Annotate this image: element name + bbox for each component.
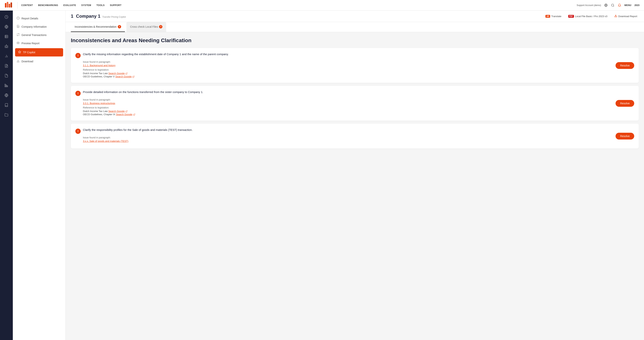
company-info-icon (16, 25, 20, 29)
tp-copilot-icon (18, 50, 21, 54)
tabs-area: Inconsistencies & Recommendation ? Cross… (66, 22, 644, 32)
svg-marker-37 (18, 51, 21, 53)
svg-rect-0 (5, 3, 6, 7)
sidebar-table-icon[interactable] (2, 32, 10, 41)
sidebar-world-icon[interactable] (2, 91, 10, 99)
translate-button[interactable]: AR Translate (544, 14, 563, 18)
svg-line-43 (134, 114, 135, 115)
issue-1-legislation-1: Dutch Income Tax Law Search Google (83, 72, 634, 75)
issue-2-search-2[interactable]: Search Google (116, 113, 132, 116)
nav-item-preview-report[interactable]: Preview Report (13, 39, 66, 47)
page-subtitle: Transfer Pricing Copilot (102, 16, 126, 18)
tab-cross-check[interactable]: Cross check Local Files ? (126, 22, 166, 32)
issue-1-paragraph-link[interactable]: 3.1.1. Background and history (83, 64, 634, 67)
svg-point-16 (6, 45, 6, 45)
issue-2-paragraph-label: Issue found in paragraph: (83, 98, 634, 101)
svg-rect-15 (5, 46, 8, 48)
nav-item-tp-copilot[interactable]: TP Copilot (15, 48, 63, 56)
tab-cross-check-help-icon[interactable]: ? (159, 25, 162, 28)
nav-item-company-information[interactable]: Company Information (13, 22, 66, 31)
issue-1-legislation-2: OECD Guidelines, Chapter V Search Google (83, 75, 634, 78)
transactions-icon (16, 33, 20, 37)
page-company-name: Company 1 (76, 13, 100, 19)
issue-1-search-2[interactable]: Search Google (115, 75, 132, 78)
ar-badge: AR (546, 15, 550, 18)
nav-item-preview-report-label: Preview Report (22, 42, 40, 45)
svg-line-7 (613, 6, 614, 6)
translate-label: Translate (551, 15, 562, 18)
issue-2-search-1[interactable]: Search Google (108, 110, 125, 113)
sidebar-globe-icon[interactable] (2, 22, 10, 31)
svg-rect-26 (6, 85, 6, 87)
issue-3-resolve-button[interactable]: Resolve (616, 133, 634, 139)
app-logo[interactable] (4, 1, 14, 9)
nav-system[interactable]: SYSTEM (81, 4, 91, 6)
nav-item-general-transactions[interactable]: General Transactions (13, 31, 66, 39)
nav-support[interactable]: SUPPORT (110, 4, 122, 6)
nav-item-company-information-label: Company Information (22, 25, 47, 28)
download-arrow-icon (614, 14, 617, 18)
issue-1-resolve-button[interactable]: Resolve (616, 62, 634, 69)
nav-evaluate[interactable]: EVALUATE (64, 4, 76, 6)
issue-3-meta: Issue found in paragraph: 3.x.x. Sale of… (83, 136, 634, 142)
nav-item-download[interactable]: Download (13, 57, 66, 65)
tab-inconsistencies-help-icon[interactable]: ? (118, 25, 121, 28)
nav-right: Support Account (demo) MENU 2023 (577, 3, 640, 7)
sidebar-bar-chart-icon[interactable] (2, 81, 10, 90)
download-nav-icon (16, 59, 20, 63)
nav-item-general-transactions-label: General Transactions (22, 33, 46, 36)
tab-cross-check-label: Cross check Local Files (130, 25, 158, 28)
issue-3-alert-icon: ! (75, 129, 81, 134)
local-file-label: Local File Basic / Pro 2023 v3 (575, 15, 608, 18)
issue-card-1: ! Clarify the missing information regard… (71, 48, 639, 83)
sidebar-robot-icon[interactable] (2, 42, 10, 50)
page-title-area: 1 Company 1 Transfer Pricing Copilot (71, 13, 126, 19)
download-report-button[interactable]: Download Report (613, 13, 639, 19)
menu-label[interactable]: MENU (624, 4, 632, 6)
year-label: 2023 (634, 4, 640, 6)
issue-card-2: ! Provide detailed information on the fu… (71, 86, 639, 121)
globe-nav-icon[interactable] (604, 3, 608, 7)
search-nav-icon[interactable] (611, 3, 614, 7)
svg-rect-27 (7, 86, 8, 87)
main-content: 1 Company 1 Transfer Pricing Copilot AR … (66, 10, 644, 340)
sidebar-folder-icon[interactable] (2, 111, 10, 119)
svg-line-41 (133, 76, 134, 77)
content-area: Report Details Company Information Gener… (13, 10, 644, 340)
issue-2-paragraph-link[interactable]: 3.3.1. Business restructurings (83, 102, 634, 105)
bell-nav-icon[interactable] (618, 3, 622, 7)
sidebar-file-icon[interactable] (2, 71, 10, 80)
sidebar-chart-icon[interactable] (2, 52, 10, 60)
sidebar-document-icon[interactable] (2, 62, 10, 70)
issue-3-paragraph-link[interactable]: 3.x.x. Sale of goods and materials (TEST… (83, 140, 634, 142)
nav-item-report-details[interactable]: Report Details (13, 14, 66, 22)
sidebar-book-icon[interactable] (2, 101, 10, 109)
svg-line-42 (126, 110, 127, 112)
nav-benchmarking[interactable]: BENCHMARKING (38, 4, 58, 6)
info-icon (16, 16, 20, 20)
issue-1-search-1[interactable]: Search Google (108, 72, 125, 75)
tab-inconsistencies[interactable]: Inconsistencies & Recommendation ? (71, 22, 125, 32)
issue-2-meta: Issue found in paragraph: 3.3.1. Busines… (83, 98, 634, 116)
issue-2-legislation-label: Reference to legislation: (83, 106, 634, 109)
account-label: Support Account (demo) (577, 4, 601, 6)
issue-2-header: ! Provide detailed information on the fu… (75, 90, 634, 96)
issue-1-paragraph-label: Issue found in paragraph: (83, 60, 634, 63)
issue-2-resolve-button[interactable]: Resolve (616, 100, 634, 107)
local-file-button[interactable]: PDF Local File Basic / Pro 2023 v3 (567, 14, 609, 18)
nav-tools[interactable]: TOOLS (96, 4, 105, 6)
top-navigation: CONTENT BENCHMARKING EVALUATE SYSTEM TOO… (0, 0, 644, 10)
issue-2-text: Provide detailed information on the func… (83, 90, 634, 94)
header-actions: AR Translate PDF Local File Basic / Pro … (544, 13, 639, 19)
nav-item-download-label: Download (22, 60, 33, 63)
page-company-number: 1 (71, 13, 73, 19)
tabs: Inconsistencies & Recommendation ? Cross… (71, 22, 639, 32)
issues-content: Inconsistencies and Areas Needing Clarif… (66, 32, 644, 157)
issue-1-meta: Issue found in paragraph: 3.1.1. Backgro… (83, 60, 634, 78)
svg-rect-11 (5, 35, 8, 38)
issue-1-text: Clarify the missing information regardin… (83, 52, 634, 56)
nav-content[interactable]: CONTENT (21, 4, 33, 6)
issue-3-text: Clarify the responsibility profiles for … (83, 128, 634, 131)
sidebar-clock-icon[interactable] (2, 13, 10, 21)
issue-3-header: ! Clarify the responsibility profiles fo… (75, 128, 634, 134)
